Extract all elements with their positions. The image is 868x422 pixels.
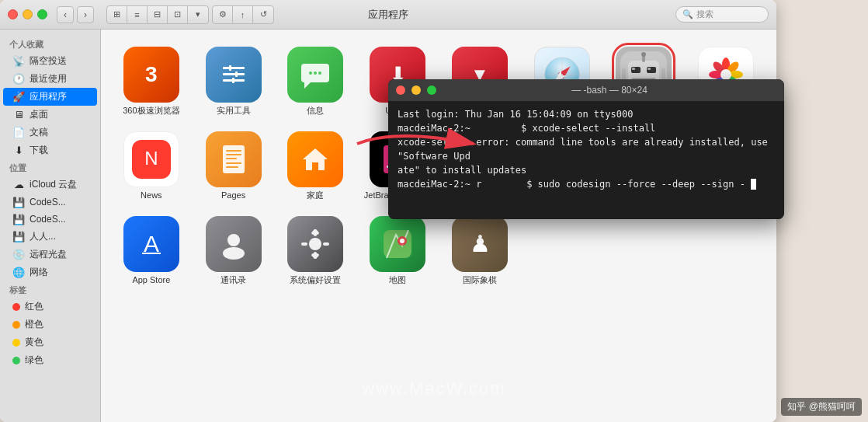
icon-messages (287, 47, 343, 103)
codes1-icon: 💾 (12, 196, 25, 208)
app-item-tools[interactable]: 实用工具 (196, 42, 272, 120)
icon-news: N (123, 131, 179, 187)
terminal-close-button[interactable] (396, 85, 405, 95)
terminal-line-4: ate" to install updates (398, 163, 775, 177)
minimize-button[interactable] (23, 9, 33, 19)
sidebar-item-people[interactable]: 💾 人人... (3, 228, 97, 246)
codes2-icon: 💾 (12, 213, 25, 225)
terminal-line-5: macdeiMac-2:~ r $ sudo codesign --force … (398, 177, 775, 191)
app-item-news[interactable]: N News (113, 127, 189, 205)
sidebar-item-recents[interactable]: 🕐 最近使用 (3, 70, 97, 88)
downloads-icon: ⬇ (12, 145, 25, 157)
sidebar-item-green[interactable]: 绿色 (3, 351, 97, 369)
svg-point-39 (720, 69, 731, 80)
icon-pages (206, 131, 262, 187)
svg-rect-1 (223, 73, 245, 75)
sidebar-item-icloud[interactable]: ☁ iCloud 云盘 (3, 176, 97, 194)
icon-home (287, 131, 343, 187)
app-item-maps[interactable]: 地图 (359, 211, 436, 290)
svg-point-61 (309, 238, 321, 250)
zhihu-badge: 知乎 @熊猫呵呵 (781, 398, 862, 416)
icon-appstore: A (123, 216, 179, 272)
svg-text:N: N (144, 148, 158, 169)
sidebar-section-locations: 位置 (0, 159, 100, 176)
label-appstore: App Store (132, 275, 170, 285)
svg-rect-20 (648, 68, 651, 70)
icon-maps (370, 216, 425, 272)
icon-360browser: 3 (123, 47, 179, 103)
label-messages: 信息 (307, 106, 324, 116)
label-contacts: 通讯录 (220, 275, 246, 285)
svg-point-7 (314, 71, 317, 75)
terminal-title: — -bash — 80×24 (443, 85, 776, 96)
title-bar: ‹ › ⊞ ≡ ⊟ ⊡ ▾ ⚙ ↑ ↺ 应用程序 🔍 搜索 (0, 0, 776, 30)
sidebar-item-orange[interactable]: 橙色 (3, 316, 97, 333)
red-dot (12, 303, 20, 311)
svg-marker-48 (303, 148, 328, 170)
traffic-lights (8, 9, 47, 19)
sidebar: 个人收藏 📡 隔空投送 🕐 最近使用 🚀 应用程序 🖥 桌面 📄 文稿 (0, 30, 101, 422)
app-item-chess[interactable]: ♟ 国际象棋 (442, 211, 518, 290)
app-item-360browser[interactable]: 3 360极速浏览器 (113, 42, 189, 120)
sidebar-item-downloads[interactable]: ⬇ 下载 (3, 141, 97, 159)
app-item-syspref[interactable]: 系统偏好设置 (278, 211, 354, 290)
app-item-pages[interactable]: Pages (196, 127, 272, 205)
sidebar-item-network[interactable]: 🌐 网络 (3, 263, 97, 281)
airdrop-icon: 📡 (12, 55, 25, 68)
sidebar-item-remote[interactable]: 💿 远程光盘 (3, 246, 97, 263)
svg-point-72 (400, 239, 404, 243)
svg-rect-4 (235, 71, 238, 77)
back-button[interactable]: ‹ (57, 6, 74, 23)
label-chess: 国际象棋 (463, 275, 497, 285)
sidebar-item-red[interactable]: 红色 (3, 298, 97, 316)
close-button[interactable] (8, 9, 18, 19)
sidebar-item-codes1[interactable]: 💾 CodeS... (3, 194, 97, 211)
window-title: 应用程序 (368, 8, 408, 22)
fullscreen-button[interactable] (37, 9, 47, 19)
label-syspref: 系统偏好设置 (290, 275, 341, 285)
forward-button[interactable]: › (77, 6, 94, 23)
app-item-contacts[interactable]: 通讯录 (196, 211, 272, 290)
icon-view-button[interactable]: ⊞ (107, 6, 127, 23)
svg-point-8 (318, 71, 321, 75)
search-placeholder: 搜索 (696, 9, 713, 20)
people-icon: 💾 (12, 231, 25, 243)
sidebar-item-docs[interactable]: 📄 文稿 (3, 124, 97, 141)
terminal-fullscreen-button[interactable] (427, 85, 436, 95)
terminal-minimize-button[interactable] (411, 85, 421, 95)
terminal-line-1: Last login: Thu Jan 16 15:04:09 on ttys0… (398, 107, 775, 121)
sidebar-item-airdrop[interactable]: 📡 隔空投送 (3, 52, 97, 70)
svg-rect-64 (301, 242, 307, 246)
docs-icon: 📄 (12, 127, 25, 139)
svg-point-6 (309, 71, 312, 75)
terminal-window: — -bash — 80×24 Last login: Thu Jan 16 1… (388, 79, 784, 219)
list-view-button[interactable]: ≡ (127, 6, 148, 23)
icon-contacts (206, 216, 262, 272)
svg-point-59 (227, 234, 240, 246)
svg-rect-43 (226, 150, 241, 152)
app-item-messages[interactable]: 信息 (278, 42, 354, 120)
svg-rect-0 (223, 67, 245, 69)
tag-button[interactable]: ↺ (253, 6, 273, 23)
svg-point-28 (641, 52, 646, 57)
view-dropdown-button[interactable]: ▾ (188, 6, 208, 23)
sidebar-item-yellow[interactable]: 黄色 (3, 333, 97, 351)
green-dot (12, 357, 20, 364)
svg-rect-3 (229, 65, 231, 71)
terminal-line-2: macdeiMac-2:~ $ xcode-select --install (398, 121, 775, 135)
sidebar-section-favorites: 个人收藏 (0, 36, 100, 52)
column-view-button[interactable]: ⊟ (148, 6, 168, 23)
sidebar-section-tags: 标签 (0, 281, 100, 298)
sidebar-item-codes2[interactable]: 💾 CodeS... (3, 211, 97, 228)
app-item-home[interactable]: 家庭 (278, 127, 354, 205)
sidebar-item-apps[interactable]: 🚀 应用程序 (3, 88, 97, 106)
search-box[interactable]: 🔍 搜索 (675, 6, 769, 23)
gallery-view-button[interactable]: ⊡ (168, 6, 188, 23)
sidebar-item-desktop[interactable]: 🖥 桌面 (3, 106, 97, 124)
action-button[interactable]: ⚙ (213, 6, 233, 23)
svg-point-60 (223, 247, 245, 260)
app-item-appstore[interactable]: A App Store (113, 211, 189, 290)
share-button[interactable]: ↑ (233, 6, 253, 23)
svg-rect-19 (632, 68, 635, 70)
label-news: News (141, 190, 162, 201)
